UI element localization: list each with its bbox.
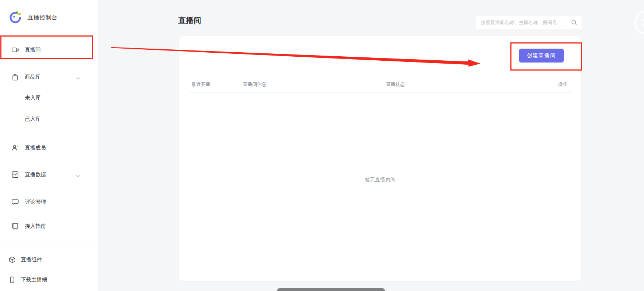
- close-overlay-button[interactable]: [634, 11, 644, 35]
- sidebar-item-label: 直播数据: [25, 171, 46, 178]
- sidebar-item-live-members[interactable]: 直播成员: [0, 142, 98, 153]
- sidebar-item-live-components[interactable]: 直播组件: [0, 254, 98, 265]
- create-live-room-button[interactable]: 创建直播间: [519, 49, 564, 63]
- sidebar-item-live-room[interactable]: 直播间: [0, 44, 98, 55]
- live-room-list-card: 创建直播间 最近开播 直播间信息 直播状态 操作 暂无直播房间: [179, 36, 581, 281]
- video-camera-icon: [12, 46, 19, 53]
- sidebar-item-in-library[interactable]: 已入库: [0, 113, 98, 124]
- table-header-room-info: 直播间信息: [243, 81, 267, 88]
- table-header-recent-broadcast: 最近开播: [191, 81, 210, 88]
- table-header-live-status: 直播状态: [386, 81, 405, 88]
- app-title: 直播控制台: [27, 14, 58, 22]
- comment-icon: [12, 199, 19, 205]
- sidebar-item-not-in-library[interactable]: 未入库: [0, 92, 98, 103]
- sidebar-item-label: 接入指南: [25, 223, 46, 230]
- chevron-down-icon[interactable]: [76, 173, 80, 179]
- cube-icon: [9, 256, 16, 263]
- bag-icon: [12, 73, 19, 80]
- bottom-toast-partial: [276, 288, 386, 291]
- empty-state-text: 暂无直播房间: [179, 177, 581, 183]
- sidebar-item-label: 已入库: [25, 116, 41, 122]
- sidebar-item-label: 直播成员: [25, 144, 46, 151]
- sidebar-item-label: 直播间: [25, 46, 41, 53]
- app-header: 直播控制台: [9, 11, 58, 24]
- sidebar-item-label: 直播组件: [21, 256, 42, 263]
- search-box[interactable]: [476, 16, 582, 29]
- chart-icon: [12, 171, 19, 178]
- sidebar-item-label: 商品库: [25, 73, 41, 80]
- table-header-actions: 操作: [522, 81, 568, 88]
- sidebar-item-label: 下载主播端: [21, 276, 47, 283]
- table-header-divider: [190, 92, 571, 93]
- user-icon: [12, 144, 19, 151]
- guide-book-icon: [12, 223, 19, 230]
- sidebar: 直播控制台 直播间 商品库 未入库 已入库: [0, 0, 98, 291]
- phone-icon: [9, 276, 16, 283]
- app-logo-icon: [9, 11, 22, 24]
- sidebar-item-download-host-app[interactable]: 下载主播端: [0, 274, 98, 285]
- sidebar-divider: [0, 242, 98, 242]
- page-title: 直播间: [178, 15, 201, 26]
- chevron-down-icon[interactable]: [76, 75, 80, 81]
- sidebar-item-label: 评论管理: [25, 199, 46, 205]
- close-x-icon: [642, 18, 644, 27]
- sidebar-item-label: 未入库: [25, 94, 41, 101]
- magnifier-icon[interactable]: [571, 19, 577, 26]
- sidebar-item-product-library[interactable]: 商品库: [0, 71, 98, 82]
- search-input[interactable]: [480, 19, 571, 26]
- sidebar-item-comment-management[interactable]: 评论管理: [0, 196, 98, 207]
- sidebar-item-integration-guide[interactable]: 接入指南: [0, 220, 98, 231]
- sidebar-item-live-data[interactable]: 直播数据: [0, 169, 98, 180]
